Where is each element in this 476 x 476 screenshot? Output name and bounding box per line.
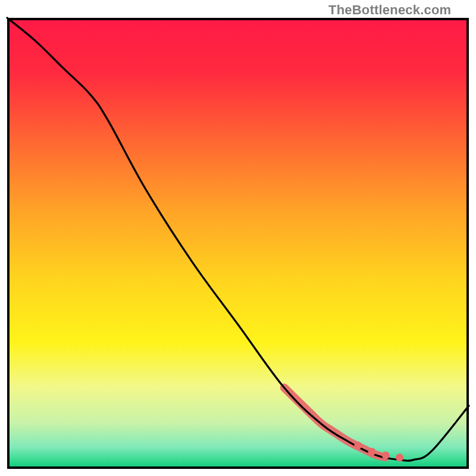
plot-frame <box>7 18 469 469</box>
watermark-text: TheBottleneck.com <box>328 2 451 18</box>
chart-container: TheBottleneck.com <box>0 0 476 476</box>
